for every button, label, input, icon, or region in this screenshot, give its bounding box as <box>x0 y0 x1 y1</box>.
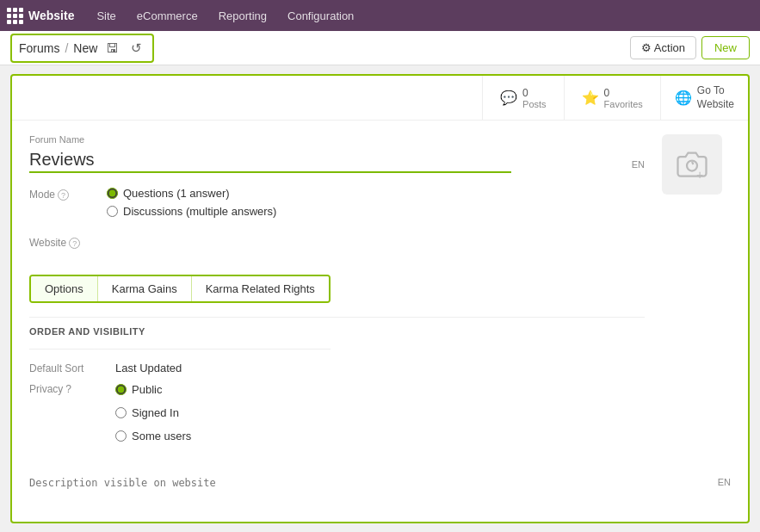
privacy-signed-in: Signed In <box>115 406 191 419</box>
breadcrumb-bar: Forums / New 🖫 ↺ ⚙ Action New <box>0 31 760 65</box>
description-input[interactable] <box>29 477 718 489</box>
nav-site[interactable]: Site <box>88 6 124 26</box>
save-icon-button[interactable]: 🖫 <box>102 39 122 57</box>
forum-name-row: Forum Name EN <box>29 134 645 173</box>
privacy-some-users: Some users <box>115 430 191 442</box>
section-divider <box>29 349 331 350</box>
mode-questions: Questions (1 answer) <box>107 187 645 200</box>
tab-karma-related-rights[interactable]: Karma Related Rights <box>192 276 329 301</box>
breadcrumb-forums[interactable]: Forums <box>19 41 59 55</box>
privacy-some-users-radio[interactable] <box>115 430 127 442</box>
favorites-count: 0 <box>604 87 643 99</box>
mode-options: Questions (1 answer) Discussions (multip… <box>107 187 645 223</box>
breadcrumb-separator: / <box>65 41 68 55</box>
new-button[interactable]: New <box>701 36 750 59</box>
privacy-label: Privacy ? <box>29 383 98 395</box>
website-label: Website ? <box>29 235 90 249</box>
action-button[interactable]: ⚙ Action <box>630 36 696 59</box>
favorites-icon: ⭐ <box>582 90 599 106</box>
website-help-icon[interactable]: ? <box>69 238 80 249</box>
desc-lang-badge: EN <box>718 477 731 487</box>
forum-name-wrap: Forum Name EN <box>29 134 645 173</box>
posts-count: 0 <box>522 87 547 99</box>
mode-help-icon[interactable]: ? <box>58 189 69 201</box>
posts-stat[interactable]: 💬 0 Posts <box>482 76 564 120</box>
posts-label: Posts <box>522 99 547 109</box>
favorites-stat[interactable]: ⭐ 0 Favorites <box>564 76 660 120</box>
mode-discussions-radio[interactable] <box>107 206 118 217</box>
default-sort-value[interactable]: Last Updated <box>115 362 182 374</box>
privacy-public-radio[interactable] <box>115 384 127 395</box>
mode-discussions-label[interactable]: Discussions (multiple answers) <box>123 205 276 218</box>
go-to-website-label: Go ToWebsite <box>697 84 734 111</box>
description-row: EN <box>12 477 748 489</box>
nav-reporting[interactable]: Reporting <box>210 6 275 26</box>
breadcrumb-actions: ⚙ Action New <box>630 36 750 59</box>
topnav: Website Site eCommerce Reporting Configu… <box>0 0 760 31</box>
forum-name-input[interactable] <box>29 148 511 173</box>
brand[interactable]: Website <box>7 8 74 24</box>
default-sort-field: Default Sort Last Updated <box>29 362 645 374</box>
form-card: 💬 0 Posts ⭐ 0 Favorites 🌐 Go ToWebsite <box>10 74 750 523</box>
form-main: Forum Name EN Mode ? <box>29 134 645 456</box>
privacy-field: Privacy ? Public Signed In <box>29 383 645 448</box>
tab-karma-gains[interactable]: Karma Gains <box>98 276 192 301</box>
mode-questions-label[interactable]: Questions (1 answer) <box>123 187 230 200</box>
tab-content-options: ORDER AND VISIBILITY Default Sort Last U… <box>29 317 645 448</box>
form-tabs: Options Karma Gains Karma Related Rights <box>29 275 331 303</box>
globe-icon: 🌐 <box>675 90 692 106</box>
lang-badge: EN <box>632 159 645 170</box>
nav-configuration[interactable]: Configuration <box>279 6 362 26</box>
mode-questions-radio[interactable] <box>107 188 118 199</box>
mode-label: Mode ? <box>29 187 90 201</box>
breadcrumb: Forums / New 🖫 ↺ <box>10 34 154 63</box>
privacy-signed-in-radio[interactable] <box>115 407 127 418</box>
plus-icon: + <box>696 168 703 182</box>
tab-options[interactable]: Options <box>31 276 98 301</box>
privacy-some-users-label[interactable]: Some users <box>132 430 191 442</box>
topnav-items: Site eCommerce Reporting Configuration <box>88 6 362 26</box>
posts-icon: 💬 <box>500 90 517 106</box>
section-title-order-visibility: ORDER AND VISIBILITY <box>29 326 645 337</box>
privacy-options: Public Signed In Some users <box>115 383 191 448</box>
privacy-help-icon[interactable]: ? <box>65 383 71 395</box>
forum-name-label: Forum Name <box>29 134 645 145</box>
go-to-website-button[interactable]: 🌐 Go ToWebsite <box>660 76 748 120</box>
breadcrumb-new: New <box>73 41 97 55</box>
privacy-public-label[interactable]: Public <box>132 383 162 396</box>
mode-field-row: Mode ? Questions (1 answer) Discussions … <box>29 187 645 223</box>
posts-info: 0 Posts <box>522 87 547 109</box>
brand-label: Website <box>28 9 74 22</box>
grid-icon <box>7 8 23 24</box>
privacy-signed-in-label[interactable]: Signed In <box>132 406 179 419</box>
privacy-public: Public <box>115 383 191 396</box>
main-content: 💬 0 Posts ⭐ 0 Favorites 🌐 Go ToWebsite <box>0 65 760 532</box>
form-aside: + <box>662 134 731 456</box>
favorites-label: Favorites <box>604 99 643 109</box>
favorites-info: 0 Favorites <box>604 87 643 109</box>
stats-bar: 💬 0 Posts ⭐ 0 Favorites 🌐 Go ToWebsite <box>12 76 748 121</box>
photo-upload[interactable]: + <box>662 134 722 195</box>
mode-discussions: Discussions (multiple answers) <box>107 205 645 218</box>
form-body: Forum Name EN Mode ? <box>12 121 748 470</box>
default-sort-label: Default Sort <box>29 362 98 374</box>
website-field-row: Website ? <box>29 235 645 249</box>
nav-ecommerce[interactable]: eCommerce <box>128 6 207 26</box>
discard-icon-button[interactable]: ↺ <box>127 39 145 58</box>
